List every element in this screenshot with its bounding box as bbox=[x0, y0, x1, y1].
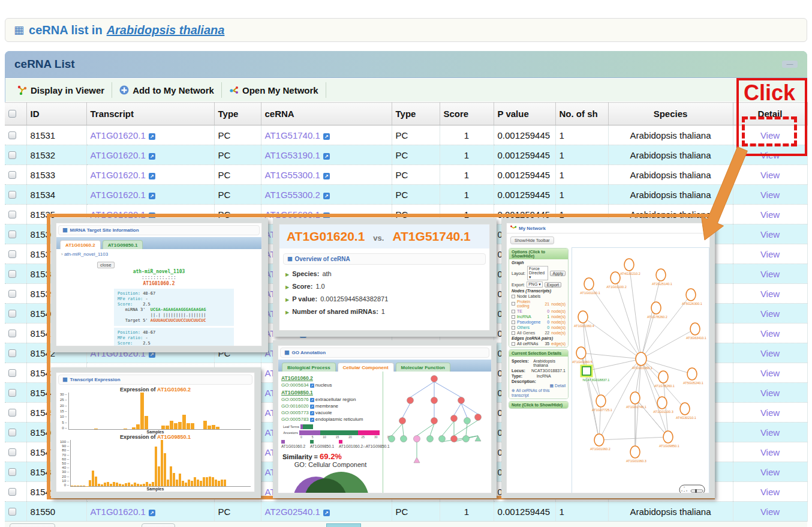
minimize-icon[interactable]: — bbox=[782, 61, 798, 68]
transcript-link[interactable]: AT1G01620.1 bbox=[91, 170, 146, 180]
external-link-icon[interactable]: ↗ bbox=[323, 173, 330, 179]
row-checkbox[interactable] bbox=[8, 448, 16, 456]
external-link-icon[interactable]: ↗ bbox=[149, 193, 155, 199]
view-link[interactable]: View bbox=[760, 507, 780, 517]
external-link-icon[interactable]: ↗ bbox=[323, 153, 330, 160]
layout-select[interactable]: Force Directed ▾ bbox=[527, 266, 549, 280]
network-graph[interactable]: AT4G30210.2AT1G01100.1AT1G01100.2AT2G251… bbox=[572, 248, 709, 493]
network-node[interactable] bbox=[651, 302, 661, 314]
view-link[interactable]: View bbox=[760, 447, 780, 457]
view-link[interactable]: View bbox=[760, 388, 780, 398]
column-header-type[interactable]: Type bbox=[214, 103, 261, 125]
row-checkbox[interactable] bbox=[8, 508, 16, 516]
view-link[interactable]: View bbox=[760, 289, 780, 299]
export-button[interactable]: Export bbox=[545, 282, 561, 288]
row-checkbox[interactable] bbox=[8, 290, 16, 298]
network-node[interactable] bbox=[576, 347, 586, 359]
view-link[interactable]: View bbox=[760, 309, 780, 319]
row-checkbox[interactable] bbox=[8, 468, 16, 476]
column-header-transcript[interactable]: Transcript bbox=[86, 103, 214, 125]
node-type-checkbox[interactable] bbox=[512, 326, 515, 330]
network-node[interactable] bbox=[594, 434, 604, 446]
row-checkbox[interactable] bbox=[8, 488, 16, 496]
mirna-link[interactable]: ath-miR_novel_1103 bbox=[64, 251, 108, 257]
species-link[interactable]: Arabidopsis thaliana bbox=[107, 23, 225, 37]
node-type-checkbox[interactable] bbox=[512, 331, 515, 335]
column-header-species[interactable]: Species bbox=[608, 103, 733, 125]
node-type-checkbox[interactable] bbox=[512, 302, 515, 306]
show-hide-toolbar-button[interactable]: Show/Hide Toolbar bbox=[510, 236, 554, 244]
pager-page-input[interactable] bbox=[326, 523, 361, 527]
row-checkbox[interactable] bbox=[8, 171, 16, 179]
close-button[interactable]: close bbox=[97, 262, 115, 268]
row-checkbox[interactable] bbox=[8, 349, 16, 357]
cerna-link[interactable]: AT1G51740.1 bbox=[265, 130, 320, 140]
selected-network-node[interactable] bbox=[582, 367, 591, 375]
detail-link[interactable]: ▦ Detail bbox=[550, 384, 566, 388]
node-type-checkbox[interactable] bbox=[512, 295, 515, 298]
network-node[interactable] bbox=[680, 403, 690, 415]
transcript-link[interactable]: AT1G01620.1 bbox=[91, 150, 146, 160]
column-header-no-of-sh[interactable]: No. of sh bbox=[555, 103, 608, 125]
row-checkbox[interactable] bbox=[8, 310, 16, 318]
column-header-score[interactable]: Score bbox=[440, 103, 494, 125]
external-link-icon[interactable]: ↗ bbox=[149, 133, 155, 140]
external-link-icon[interactable]: ↗ bbox=[323, 133, 330, 140]
row-checkbox[interactable] bbox=[8, 230, 16, 238]
view-link[interactable]: View bbox=[760, 328, 780, 339]
column-header-type[interactable]: Type bbox=[392, 103, 440, 125]
all-cernas-link[interactable]: ⊕ All ceRNAs of this transcript bbox=[512, 388, 549, 397]
column-header-cerna[interactable]: ceRNA bbox=[261, 103, 392, 125]
go-id-link[interactable]: GO:0005576 bbox=[281, 397, 309, 402]
view-link[interactable]: View bbox=[760, 427, 780, 438]
row-checkbox[interactable] bbox=[8, 389, 16, 397]
external-link-icon[interactable]: ↗ bbox=[149, 173, 155, 179]
row-checkbox[interactable] bbox=[8, 429, 16, 436]
row-checkbox[interactable] bbox=[8, 211, 16, 218]
note-header[interactable]: Note (Click to Show/Hide) bbox=[509, 402, 568, 408]
external-link-icon[interactable]: ↗ bbox=[149, 153, 155, 160]
cerna-link[interactable]: AT1G55300.1 bbox=[265, 170, 320, 180]
view-link[interactable]: View bbox=[760, 408, 780, 418]
cerna-link[interactable]: AT2G02540.1 bbox=[265, 507, 320, 517]
node-type-checkbox[interactable] bbox=[512, 310, 515, 313]
view-link[interactable]: View bbox=[760, 190, 780, 200]
network-node[interactable] bbox=[690, 323, 700, 335]
add-to-my-network-button[interactable]: Add to My Network bbox=[112, 82, 221, 98]
export-select[interactable]: PNG ▾ bbox=[527, 282, 543, 288]
network-node[interactable] bbox=[656, 269, 666, 281]
go-id-link[interactable]: GO:0005634 bbox=[281, 382, 309, 388]
go-tab-cellular-component[interactable]: Cellular Component bbox=[338, 363, 394, 372]
transcript-link[interactable]: AT1G01620.1 bbox=[91, 130, 146, 140]
row-checkbox[interactable] bbox=[8, 151, 16, 159]
column-header-id[interactable]: ID bbox=[26, 103, 86, 125]
network-node[interactable] bbox=[687, 368, 697, 380]
network-node[interactable] bbox=[663, 431, 673, 443]
row-checkbox[interactable] bbox=[8, 369, 16, 377]
transcript-link[interactable]: AT1G01620.1 bbox=[91, 190, 146, 200]
network-node[interactable] bbox=[636, 352, 646, 366]
view-link[interactable]: View bbox=[760, 229, 780, 239]
go-tab-molecular-function[interactable]: Molecular Function bbox=[396, 363, 450, 372]
network-node[interactable] bbox=[624, 259, 634, 271]
graph-nav-control[interactable]: ˆ ˇ ‹› bbox=[679, 484, 705, 493]
edge-checkbox[interactable] bbox=[512, 342, 515, 346]
view-link[interactable]: View bbox=[760, 269, 780, 279]
network-node[interactable] bbox=[686, 289, 696, 301]
go-gene-link[interactable]: AT1G01060.2 bbox=[281, 375, 380, 381]
view-link[interactable]: View bbox=[760, 368, 780, 378]
external-link-icon[interactable]: ↗ bbox=[149, 510, 155, 516]
external-link-icon[interactable]: ↗ bbox=[323, 193, 330, 199]
node-type-checkbox[interactable] bbox=[512, 315, 515, 319]
row-checkbox[interactable] bbox=[8, 250, 16, 258]
go-id-link[interactable]: GO:0005773 bbox=[281, 410, 309, 415]
network-node[interactable] bbox=[630, 446, 640, 458]
apply-button[interactable]: Apply bbox=[550, 271, 566, 276]
open-my-network-button[interactable]: Open My Network bbox=[222, 82, 326, 98]
pager-first-button[interactable] bbox=[10, 523, 55, 527]
view-link[interactable]: View bbox=[760, 209, 780, 220]
network-node[interactable] bbox=[596, 395, 606, 407]
row-checkbox[interactable] bbox=[8, 270, 16, 278]
network-node[interactable] bbox=[630, 392, 640, 404]
go-id-link[interactable]: GO:0016020 bbox=[281, 403, 309, 409]
